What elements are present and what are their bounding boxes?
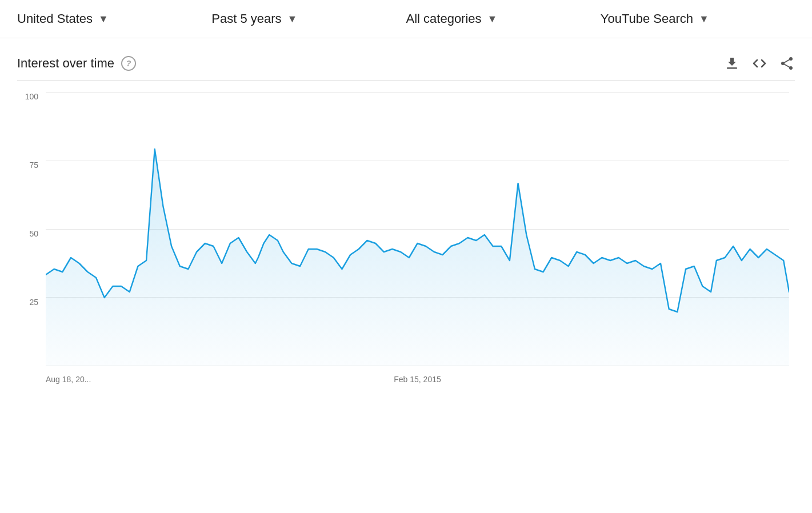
y-label-25: 25 <box>17 298 43 307</box>
download-button[interactable] <box>724 55 740 71</box>
source-filter[interactable]: YouTube Search ▼ <box>601 11 795 26</box>
time-label: Past 5 years <box>211 11 281 26</box>
svg-line-4 <box>783 59 791 63</box>
y-axis: 25 50 75 100 <box>17 92 43 366</box>
section-header: Interest over time ? <box>0 38 812 80</box>
x-axis: Aug 18, 20... Feb 15, 2015 <box>46 369 789 389</box>
section-title: Interest over time <box>17 56 114 71</box>
region-label: United States <box>17 11 93 26</box>
y-label-100: 100 <box>17 92 43 101</box>
source-label: YouTube Search <box>601 11 693 26</box>
trend-chart <box>46 92 789 366</box>
categories-filter[interactable]: All categories ▼ <box>406 11 601 26</box>
source-chevron: ▼ <box>699 13 709 25</box>
y-label-75: 75 <box>17 161 43 170</box>
svg-rect-0 <box>727 67 737 69</box>
y-label-50: 50 <box>17 229 43 238</box>
time-filter[interactable]: Past 5 years ▼ <box>211 11 406 26</box>
chart-divider <box>17 80 795 81</box>
svg-line-5 <box>783 63 791 68</box>
help-icon[interactable]: ? <box>121 56 136 71</box>
region-chevron: ▼ <box>98 13 109 25</box>
x-label-center: Feb 15, 2015 <box>394 375 441 384</box>
filter-bar: United States ▼ Past 5 years ▼ All categ… <box>0 0 812 38</box>
share-button[interactable] <box>779 55 795 71</box>
chart-wrapper: 25 50 75 100 <box>46 92 789 389</box>
section-actions <box>724 55 795 71</box>
chart-container: 25 50 75 100 <box>0 80 812 406</box>
categories-chevron: ▼ <box>487 13 498 25</box>
categories-label: All categories <box>406 11 482 26</box>
embed-button[interactable] <box>751 55 767 71</box>
region-filter[interactable]: United States ▼ <box>17 11 211 26</box>
section-title-area: Interest over time ? <box>17 56 136 71</box>
x-label-left: Aug 18, 20... <box>46 375 91 384</box>
time-chevron: ▼ <box>287 13 298 25</box>
